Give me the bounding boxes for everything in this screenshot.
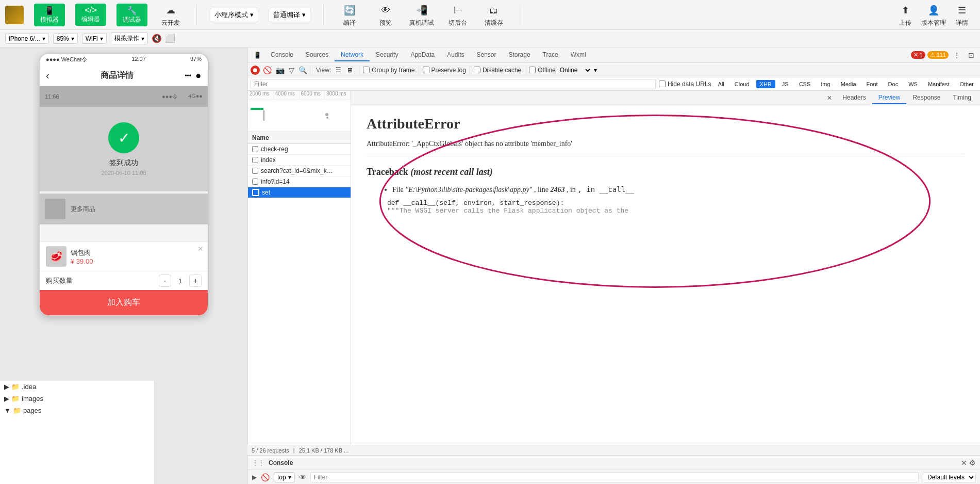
- filter-img[interactable]: Img: [817, 80, 834, 88]
- realdevice-btn[interactable]: 📲 真机调试: [409, 2, 435, 27]
- camera-btn[interactable]: 📷: [275, 65, 286, 75]
- preview-btn[interactable]: 👁 预览: [373, 2, 398, 27]
- translate-dropdown[interactable]: 普通编译 ▾: [269, 8, 310, 22]
- group-by-frame-label[interactable]: Group by frame: [363, 67, 414, 74]
- simulator-btn[interactable]: 📱 模拟器: [34, 4, 65, 26]
- file-tree-item-pages[interactable]: ▼ 📁 pages: [0, 405, 154, 416]
- throttle-select[interactable]: Online Slow 3G Fast 3G Offline: [558, 66, 592, 74]
- request-checkbox-check-reg[interactable]: [252, 146, 258, 152]
- file-tree-item-idea[interactable]: ▶ 📁 .idea: [0, 381, 154, 393]
- request-checkbox-search[interactable]: [252, 168, 258, 174]
- console-clear-btn[interactable]: 🚫: [261, 473, 270, 481]
- compile-btn[interactable]: 🔄 编译: [337, 2, 362, 27]
- request-item-index[interactable]: index: [248, 155, 351, 166]
- tab-wxml[interactable]: Wxml: [564, 49, 592, 61]
- request-item-check-reg[interactable]: check-reg: [248, 144, 351, 155]
- window-btn[interactable]: ⬜: [165, 34, 175, 43]
- tab-security[interactable]: Security: [370, 49, 404, 61]
- filter-all[interactable]: All: [715, 80, 728, 88]
- preview-tab-timing[interactable]: Timing: [946, 92, 977, 104]
- request-item-search[interactable]: search?cat_id=0&mix_kw=&p...: [248, 166, 351, 176]
- search-network-btn[interactable]: 🔍: [297, 65, 308, 75]
- console-expand-btn[interactable]: ▶: [252, 474, 257, 481]
- network-selector[interactable]: WiFi ▾: [82, 34, 107, 44]
- preview-tab-preview[interactable]: Preview: [872, 92, 907, 104]
- console-drag-icon[interactable]: ⋮⋮: [252, 459, 264, 466]
- mode-selector[interactable]: 模拟操作 ▾: [111, 33, 148, 44]
- clearcache-btn[interactable]: 🗂 清缓存: [481, 2, 507, 27]
- console-close-btn[interactable]: ✕: [961, 459, 967, 467]
- filter-manifest[interactable]: Manifest: [924, 80, 953, 88]
- tab-storage[interactable]: Storage: [503, 49, 537, 61]
- phone-record-icon[interactable]: ⏺: [195, 72, 202, 79]
- throttle-more-icon[interactable]: ▾: [594, 67, 597, 74]
- console-settings-btn[interactable]: ⚙: [969, 459, 976, 467]
- request-item-set[interactable]: set: [248, 187, 351, 198]
- view-grid-btn[interactable]: ⊞: [345, 65, 355, 75]
- mute-btn[interactable]: 🔇: [152, 34, 161, 43]
- tab-audits[interactable]: Audits: [441, 49, 470, 61]
- debugger-btn[interactable]: 🔧 调试器: [117, 4, 147, 26]
- filter-css[interactable]: CSS: [795, 80, 815, 88]
- record-btn[interactable]: ⏺: [251, 66, 260, 75]
- file-tree-item-images[interactable]: ▶ 📁 images: [0, 393, 154, 405]
- filter-ws[interactable]: WS: [905, 80, 921, 88]
- miniprogram-mode-dropdown[interactable]: 小程序模式 ▾: [210, 8, 258, 22]
- devtools-undock-btn[interactable]: ⊡: [965, 50, 977, 60]
- offline-checkbox[interactable]: [529, 67, 536, 73]
- filter-js[interactable]: JS: [778, 80, 792, 88]
- cloud-btn[interactable]: ☁ 云开发: [158, 2, 184, 27]
- preview-tab-response[interactable]: Response: [906, 92, 946, 104]
- hide-data-urls-checkbox[interactable]: [659, 80, 666, 87]
- filter-font[interactable]: Font: [863, 80, 882, 88]
- group-by-frame-checkbox[interactable]: [363, 67, 370, 73]
- filter-other[interactable]: Other: [956, 80, 977, 88]
- console-level-select[interactable]: Default levels Verbose Info Warnings Err…: [923, 472, 976, 482]
- add-cart-btn[interactable]: 加入购车: [40, 290, 208, 315]
- zoom-selector[interactable]: 85% ▾: [53, 34, 78, 44]
- hide-data-urls-label[interactable]: Hide data URLs: [659, 80, 711, 88]
- console-tab-label[interactable]: Console: [269, 459, 293, 466]
- details-btn[interactable]: ☰ 详情: [949, 2, 975, 27]
- tab-trace[interactable]: Trace: [537, 49, 564, 61]
- disable-cache-checkbox[interactable]: [474, 67, 480, 73]
- version-btn[interactable]: 👤 版本管理: [921, 2, 946, 27]
- phone-back-btn[interactable]: ‹: [46, 70, 49, 82]
- request-checkbox-info[interactable]: [252, 179, 258, 185]
- product-close-btn[interactable]: ✕: [197, 245, 204, 253]
- qty-minus-btn[interactable]: -: [159, 275, 171, 287]
- phone-more-icon[interactable]: •••: [185, 72, 191, 79]
- filter-cloud[interactable]: Cloud: [731, 80, 753, 88]
- preserve-log-label[interactable]: Preserve log: [423, 67, 466, 74]
- disable-cache-label[interactable]: Disable cache: [474, 67, 521, 74]
- tab-appdata[interactable]: AppData: [404, 49, 441, 61]
- tab-sources[interactable]: Sources: [300, 49, 335, 61]
- cutback-btn[interactable]: ⊢ 切后台: [445, 2, 471, 27]
- filter-input[interactable]: [251, 79, 656, 89]
- device-selector[interactable]: iPhone 6/... ▾: [5, 34, 49, 44]
- devtools-more-btn[interactable]: ⋮: [951, 51, 963, 60]
- preview-close-btn[interactable]: ✕: [823, 92, 836, 104]
- console-eye-btn[interactable]: 👁: [299, 473, 306, 481]
- filter-icon[interactable]: ▽: [288, 65, 295, 75]
- editor-btn[interactable]: </> 编辑器: [75, 4, 106, 26]
- filter-xhr[interactable]: XHR: [756, 80, 775, 88]
- offline-label[interactable]: Offline: [529, 67, 555, 74]
- console-filter-input[interactable]: [310, 472, 919, 482]
- clear-btn[interactable]: 🚫: [262, 65, 273, 75]
- request-checkbox-index[interactable]: [252, 157, 258, 163]
- console-top-selector[interactable]: top ▾: [274, 472, 295, 482]
- request-checkbox-set[interactable]: [252, 189, 259, 196]
- tab-network[interactable]: Network: [335, 49, 370, 61]
- request-item-info[interactable]: info?id=14: [248, 176, 351, 187]
- filter-media[interactable]: Media: [837, 80, 860, 88]
- tab-sensor[interactable]: Sensor: [471, 49, 503, 61]
- upload-btn[interactable]: ⬆ 上传: [892, 2, 918, 27]
- devtools-inspect-btn[interactable]: 📱: [251, 50, 264, 61]
- filter-doc[interactable]: Doc: [885, 80, 902, 88]
- qty-plus-btn[interactable]: +: [189, 275, 202, 287]
- tab-console[interactable]: Console: [264, 49, 300, 61]
- view-list-btn[interactable]: ☰: [333, 65, 344, 75]
- preserve-log-checkbox[interactable]: [423, 67, 429, 73]
- preview-tab-headers[interactable]: Headers: [836, 92, 872, 104]
